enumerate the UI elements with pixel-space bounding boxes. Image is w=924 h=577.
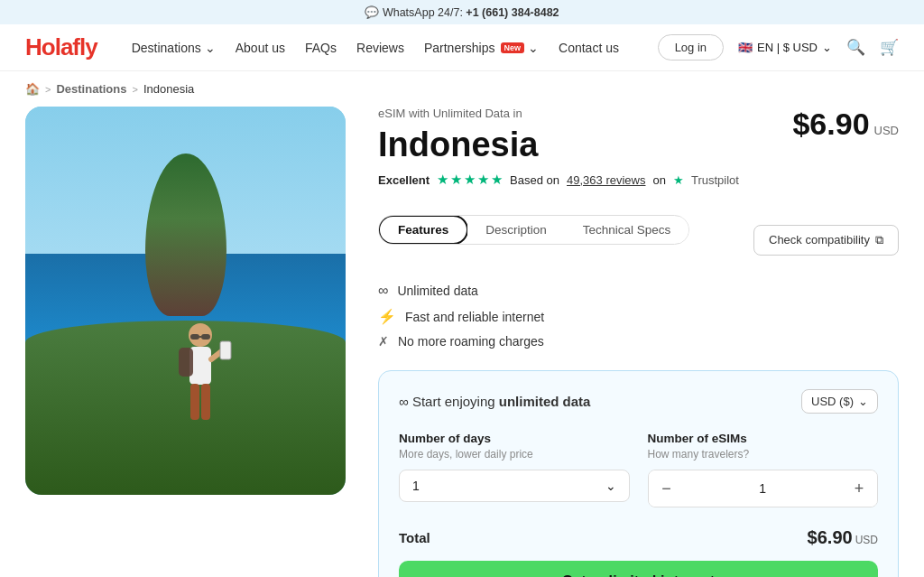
decrement-button[interactable]: − xyxy=(649,470,685,507)
total-price: $6.90 USD xyxy=(808,527,878,548)
home-icon[interactable]: 🏠 xyxy=(25,82,40,96)
svg-rect-5 xyxy=(179,348,193,377)
nav-partnerships[interactable]: Partnerships New ⌄ xyxy=(424,41,539,55)
nav-destinations[interactable]: Destinations ⌄ xyxy=(132,41,216,55)
nav-contact[interactable]: Contact us xyxy=(559,41,619,55)
external-link-icon: ⧉ xyxy=(875,233,883,247)
on-text: on xyxy=(652,173,665,187)
lang-label: EN | $ USD xyxy=(757,41,818,54)
tab-technical-specs[interactable]: Technical Specs xyxy=(565,217,689,243)
enjoy-bold: unlimited data xyxy=(499,394,591,409)
login-button[interactable]: Log in xyxy=(658,34,724,60)
esims-stepper: − 1 + xyxy=(648,470,879,507)
get-internet-button[interactable]: Get unlimited internet xyxy=(399,561,878,577)
navigation: Holafly Destinations ⌄ About us FAQs Rev… xyxy=(0,24,924,71)
product-image xyxy=(25,107,346,495)
reviews-link[interactable]: 49,363 reviews xyxy=(567,173,645,187)
star-3: ★ xyxy=(464,172,476,188)
logo[interactable]: Holafly xyxy=(25,33,97,61)
check-compatibility-button[interactable]: Check compatibility ⧉ xyxy=(753,225,899,256)
breadcrumb-current: Indonesia xyxy=(143,82,194,96)
price-amount: $6.90 xyxy=(792,107,869,142)
flag-icon: 🇬🇧 xyxy=(738,41,753,54)
nav-right: Log in 🇬🇧 EN | $ USD ⌄ 🔍 🛒 xyxy=(658,34,899,60)
nav-faqs[interactable]: FAQs xyxy=(305,41,337,55)
chevron-down-icon: ⌄ xyxy=(822,41,832,54)
person-figure xyxy=(164,310,236,445)
total-row: Total $6.90 USD xyxy=(399,527,878,548)
chevron-down-icon: ⌄ xyxy=(605,479,616,493)
breadcrumb-sep2: > xyxy=(132,84,137,95)
esims-sublabel: How many travelers? xyxy=(648,448,879,461)
total-label: Total xyxy=(399,530,430,545)
breadcrumb-destinations[interactable]: Destinations xyxy=(56,82,126,96)
breadcrumb: 🏠 > Destinations > Indonesia xyxy=(0,71,924,107)
days-sublabel: More days, lower daily price xyxy=(399,448,630,461)
selectors-row: Number of days More days, lower daily pr… xyxy=(399,432,878,507)
days-selector: Number of days More days, lower daily pr… xyxy=(399,432,630,507)
svg-rect-8 xyxy=(190,384,199,420)
chevron-down-icon: ⌄ xyxy=(528,41,539,55)
main-content: eSIM with Unlimited Data in Indonesia Ex… xyxy=(0,107,924,577)
reviews-text: Based on xyxy=(510,173,559,187)
whatsapp-icon: 💬 xyxy=(365,6,379,19)
increment-button[interactable]: + xyxy=(841,470,877,507)
total-amount: $6.90 xyxy=(808,527,853,548)
feature-text: Unlimited data xyxy=(397,284,478,298)
enjoy-text: ∞ Start enjoying unlimited data xyxy=(399,394,590,409)
svg-rect-9 xyxy=(201,384,210,420)
esim-subtitle: eSIM with Unlimited Data in xyxy=(378,107,739,120)
trustpilot-icon: ★ xyxy=(673,173,684,187)
days-label: Number of days xyxy=(399,432,630,445)
rating-label: Excellent xyxy=(378,173,430,187)
esims-selector: Number of eSIMs How many travelers? − 1 … xyxy=(648,432,879,507)
tab-description[interactable]: Description xyxy=(467,217,565,243)
language-selector[interactable]: 🇬🇧 EN | $ USD ⌄ xyxy=(738,41,832,54)
nav-reviews[interactable]: Reviews xyxy=(356,41,404,55)
breadcrumb-sep1: > xyxy=(45,84,51,95)
esims-value: 1 xyxy=(685,481,842,496)
infinity-icon-small: ∞ xyxy=(399,394,412,409)
purchase-box: ∞ Start enjoying unlimited data USD ($) … xyxy=(378,370,899,577)
chevron-down-icon: ⌄ xyxy=(858,395,868,408)
phone-link[interactable]: +1 (661) 384-8482 xyxy=(466,6,559,19)
currency-value: USD ($) xyxy=(811,395,854,408)
product-details: eSIM with Unlimited Data in Indonesia Ex… xyxy=(378,107,739,208)
price-area: $6.90 USD xyxy=(792,107,899,145)
infinity-icon: ∞ xyxy=(378,283,388,299)
no-icon: ✗ xyxy=(378,334,389,349)
nav-about[interactable]: About us xyxy=(236,41,285,55)
tabs-row: Features Description Technical Specs Che… xyxy=(378,215,899,265)
product-tabs: Features Description Technical Specs xyxy=(378,215,689,245)
svg-rect-1 xyxy=(190,334,199,340)
new-badge: New xyxy=(501,42,525,53)
star-5: ★ xyxy=(491,172,503,188)
topbar-text: WhatsApp 24/7: xyxy=(383,6,466,19)
star-2: ★ xyxy=(450,172,462,188)
purchase-box-header: ∞ Start enjoying unlimited data USD ($) … xyxy=(399,389,878,414)
product-info: eSIM with Unlimited Data in Indonesia Ex… xyxy=(378,107,899,577)
days-value: 1 xyxy=(412,479,420,493)
feature-no-roaming: ✗ No more roaming charges xyxy=(378,334,899,349)
star-4: ★ xyxy=(477,172,489,188)
tab-features[interactable]: Features xyxy=(378,215,468,245)
feature-unlimited-data: ∞ Unlimited data xyxy=(378,283,899,299)
star-1: ★ xyxy=(437,172,448,188)
price-row: $6.90 USD xyxy=(792,107,899,142)
product-header-row: eSIM with Unlimited Data in Indonesia Ex… xyxy=(378,107,899,208)
svg-rect-2 xyxy=(201,334,210,340)
price-currency: USD xyxy=(874,124,899,137)
trustpilot-label: Trustpilot xyxy=(691,173,739,187)
currency-dropdown[interactable]: USD ($) ⌄ xyxy=(801,389,878,414)
feature-text: Fast and reliable internet xyxy=(405,310,544,324)
feature-fast-internet: ⚡ Fast and reliable internet xyxy=(378,308,899,325)
product-title: Indonesia xyxy=(378,126,739,164)
esims-label: Number of eSIMs xyxy=(648,432,879,445)
feature-text: No more roaming charges xyxy=(398,334,544,349)
days-dropdown[interactable]: 1 ⌄ xyxy=(399,470,630,502)
top-bar: 💬 WhatsApp 24/7: +1 (661) 384-8482 xyxy=(0,0,924,24)
cart-icon[interactable]: 🛒 xyxy=(880,38,899,57)
search-icon[interactable]: 🔍 xyxy=(846,38,865,57)
features-list: ∞ Unlimited data ⚡ Fast and reliable int… xyxy=(378,283,899,349)
chevron-down-icon: ⌄ xyxy=(205,41,216,55)
